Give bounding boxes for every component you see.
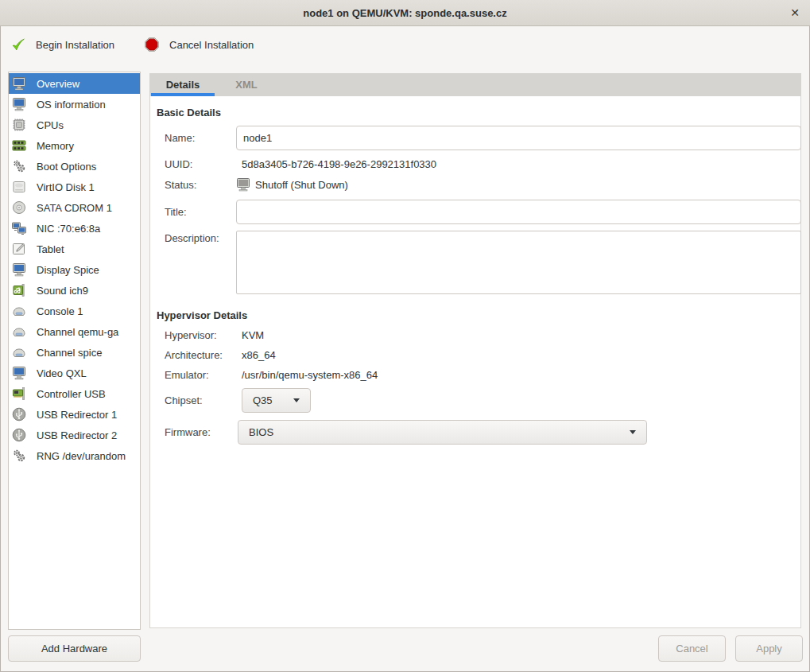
add-hardware-button[interactable]: Add Hardware (8, 635, 141, 662)
titlebar: node1 on QEMU/KVM: sponde.qa.suse.cz ✕ (0, 0, 810, 26)
sidebar-item-sound-ich9[interactable]: Sound ich9 (9, 280, 140, 301)
monitor-icon (11, 262, 27, 278)
serial-device-icon (11, 324, 27, 340)
title-input[interactable] (236, 200, 801, 224)
uuid-value: 5d8a3405-b726-4198-9e26-2992131f0330 (242, 158, 436, 171)
description-label: Description: (165, 232, 219, 245)
chevron-down-icon (293, 398, 300, 402)
cancel-installation-label: Cancel Installation (169, 39, 254, 51)
name-label: Name: (165, 132, 195, 145)
description-textarea[interactable] (236, 231, 801, 294)
pci-card-icon (11, 386, 27, 402)
sidebar-item-label: Sound ich9 (37, 285, 88, 297)
sidebar-item-label: Controller USB (37, 388, 106, 400)
name-input[interactable] (236, 126, 801, 150)
architecture-value: x86_64 (242, 349, 276, 362)
begin-installation-label: Begin Installation (36, 39, 114, 51)
window-title: node1 on QEMU/KVM: sponde.qa.suse.cz (303, 7, 506, 19)
sidebar-item-label: Console 1 (37, 305, 83, 317)
sidebar-item-boot-options[interactable]: Boot Options (9, 156, 140, 177)
sidebar-item-label: RNG /dev/urandom (37, 450, 126, 462)
network-icon (11, 220, 27, 236)
status-label: Status: (165, 179, 196, 192)
hypervisor-details-heading: Hypervisor Details (157, 309, 247, 322)
sidebar-item-overview[interactable]: Overview (9, 73, 140, 94)
begin-installation-button[interactable]: Begin Installation (10, 36, 114, 53)
architecture-label: Architecture: (165, 349, 223, 362)
hypervisor-value: KVM (242, 329, 264, 342)
gears-icon (11, 448, 27, 464)
serial-device-icon (11, 303, 27, 319)
tab-xml[interactable]: XML (215, 73, 278, 96)
sidebar-item-label: Tablet (37, 243, 64, 255)
sidebar-item-nic-70-e6-8a[interactable]: NIC :70:e6:8a (9, 218, 140, 239)
firmware-dropdown[interactable]: BIOS (238, 420, 647, 445)
sidebar-item-label: Channel qemu-ga (37, 326, 118, 338)
sidebar-item-label: CPUs (37, 119, 64, 131)
sidebar-item-label: VirtIO Disk 1 (37, 181, 95, 193)
tab-details[interactable]: Details (151, 73, 215, 96)
monitor-icon (11, 365, 27, 381)
sidebar-item-label: Display Spice (37, 264, 99, 276)
chipset-dropdown[interactable]: Q35 (242, 388, 311, 413)
uuid-label: UUID: (165, 158, 192, 171)
monitor-icon (11, 76, 27, 91)
basic-details-heading: Basic Details (157, 107, 221, 119)
sidebar-item-rng-dev-urandom[interactable]: RNG /dev/urandom (9, 445, 140, 466)
chevron-down-icon (630, 430, 636, 434)
sidebar-item-sata-cdrom-1[interactable]: SATA CDROM 1 (9, 197, 140, 218)
shutoff-monitor-icon (235, 177, 251, 192)
emulator-value: /usr/bin/qemu-system-x86_64 (242, 369, 378, 382)
close-icon[interactable]: ✕ (785, 2, 805, 23)
sidebar-item-video-qxl[interactable]: Video QXL (9, 363, 140, 383)
sidebar-item-cpus[interactable]: CPUs (9, 115, 140, 135)
sidebar-item-label: OS information (37, 99, 106, 111)
sidebar-item-label: Memory (37, 140, 74, 152)
checkmark-icon (10, 36, 27, 53)
status-value-row: Shutoff (Shut Down) (235, 177, 348, 192)
sidebar-item-label: Boot Options (37, 161, 96, 173)
tablet-icon (11, 241, 27, 257)
sidebar-item-label: USB Redirector 1 (37, 409, 117, 421)
hypervisor-label: Hypervisor: (165, 329, 217, 342)
sidebar-item-usb-redirector-2[interactable]: USB Redirector 2 (9, 425, 140, 445)
sidebar-item-label: USB Redirector 2 (37, 429, 117, 441)
sidebar-item-label: SATA CDROM 1 (37, 202, 112, 214)
status-value: Shutoff (Shut Down) (255, 179, 348, 191)
sidebar-item-channel-qemu-ga[interactable]: Channel qemu-ga (9, 321, 140, 342)
usb-icon (11, 406, 27, 422)
tab-bar: Details XML (149, 73, 801, 96)
sound-card-icon (11, 282, 27, 298)
firmware-label: Firmware: (165, 426, 211, 439)
cpu-icon (11, 117, 27, 133)
gears-icon (11, 158, 27, 174)
title-label: Title: (165, 206, 187, 219)
usb-icon (11, 427, 27, 443)
disk-icon (11, 179, 27, 195)
sidebar-item-display-spice[interactable]: Display Spice (9, 259, 140, 280)
sidebar-item-channel-spice[interactable]: Channel spice (9, 342, 140, 363)
cdrom-icon (11, 200, 27, 216)
stop-icon (143, 36, 161, 53)
sidebar-item-controller-usb[interactable]: Controller USB (9, 383, 140, 404)
memory-icon (11, 138, 27, 153)
chipset-value: Q35 (253, 394, 273, 406)
sidebar-item-os-information[interactable]: OS information (9, 94, 140, 115)
firmware-value: BIOS (249, 426, 273, 438)
apply-button[interactable]: Apply (735, 635, 803, 662)
toolbar: Begin Installation Cancel Installation (0, 27, 810, 62)
sidebar-item-label: NIC :70:e6:8a (37, 223, 100, 235)
sidebar-item-usb-redirector-1[interactable]: USB Redirector 1 (9, 404, 140, 425)
sidebar-item-label: Overview (37, 78, 79, 90)
emulator-label: Emulator: (165, 369, 209, 382)
sidebar-item-memory[interactable]: Memory (9, 135, 140, 156)
sidebar-item-console-1[interactable]: Console 1 (9, 301, 140, 321)
chipset-label: Chipset: (165, 394, 203, 407)
monitor-icon (11, 96, 27, 112)
cancel-installation-button[interactable]: Cancel Installation (143, 36, 254, 53)
sidebar-item-virtio-disk-1[interactable]: VirtIO Disk 1 (9, 177, 140, 197)
cancel-button[interactable]: Cancel (658, 635, 726, 662)
sidebar-item-tablet[interactable]: Tablet (9, 239, 140, 259)
tab-details-label: Details (166, 79, 200, 91)
sidebar-item-label: Channel spice (37, 347, 102, 359)
